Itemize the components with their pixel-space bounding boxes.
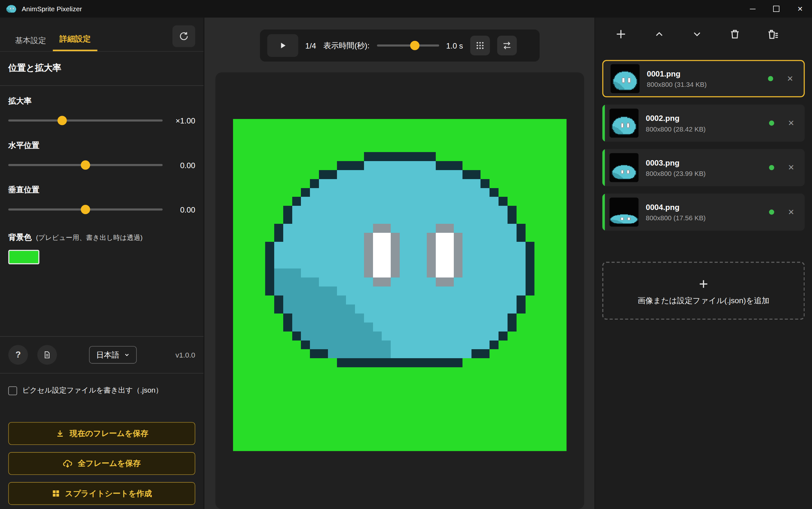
frame-info: 0004.png 800x800 (17.56 KB) xyxy=(646,203,706,222)
duration-value: 1.0 s xyxy=(446,41,463,50)
reset-button[interactable] xyxy=(173,25,195,47)
frame-item-0004[interactable]: 0004.png 800x800 (17.56 KB) ✕ xyxy=(602,194,805,231)
move-frame-up-button[interactable] xyxy=(654,28,665,39)
action-buttons: 現在のフレームを保存 全フレームを保存 スプライ xyxy=(0,405,204,505)
background-color-swatch[interactable] xyxy=(8,250,39,264)
add-files-drop-area[interactable]: + 画像または設定ファイル(.json)を追加 xyxy=(602,262,805,319)
frame-meta: 800x800 (31.34 KB) xyxy=(647,80,707,88)
status-dot xyxy=(769,210,774,215)
create-sprite-sheet-label: スプライトシートを作成 xyxy=(65,488,152,498)
window-title: AnimSprite Pixelizer xyxy=(22,5,82,12)
duration-label: 表示時間(秒): xyxy=(323,40,370,50)
sprite-preview xyxy=(265,152,535,367)
tab-advanced-settings[interactable]: 詳細設定 xyxy=(53,28,97,51)
minimize-icon xyxy=(750,9,755,9)
frames-panel: 0001.png 800x800 (31.34 KB) ✕ 0002.png 8… xyxy=(594,18,812,509)
frames-list: 0001.png 800x800 (31.34 KB) ✕ 0002.png 8… xyxy=(595,49,812,231)
docs-button[interactable] xyxy=(37,345,57,365)
language-select[interactable]: 日本語 xyxy=(89,346,137,364)
remove-frame-button[interactable]: ✕ xyxy=(788,163,794,172)
tab-basic-settings[interactable]: 基本設定 xyxy=(8,30,53,51)
help-button[interactable]: ? xyxy=(8,345,28,365)
frame-item-0003[interactable]: 0003.png 800x800 (23.99 KB) ✕ xyxy=(602,149,805,186)
settings-tabs: 基本設定 詳細設定 xyxy=(0,18,204,52)
frame-thumbnail xyxy=(610,153,638,182)
app-window: AnimSprite Pixelizer ✕ 基本設定 詳細設定 位置と拡大率 … xyxy=(0,0,812,509)
preview-panel: 1/4 表示時間(秒): 1.0 s xyxy=(205,18,595,509)
create-sprite-sheet-button[interactable]: スプライトシートを作成 xyxy=(8,482,195,505)
panel-footer: ? 日本語 v1.0.0 xyxy=(0,337,204,373)
document-icon xyxy=(43,351,52,359)
vertical-position-value: 0.00 xyxy=(180,205,195,214)
app-icon xyxy=(6,4,17,13)
status-dot xyxy=(769,165,774,170)
slider-track xyxy=(377,44,439,46)
frame-info: 0001.png 800x800 (31.34 KB) xyxy=(647,69,707,89)
frame-thumbnail xyxy=(611,64,639,93)
language-value: 日本語 xyxy=(96,350,119,360)
vertical-position-group: 垂直位置 0.00 xyxy=(0,175,204,219)
play-button[interactable] xyxy=(267,34,298,57)
frames-toolbar xyxy=(595,18,812,50)
horizontal-position-slider[interactable] xyxy=(8,161,162,170)
frame-name: 0002.png xyxy=(646,113,706,122)
vertical-position-slider[interactable] xyxy=(8,205,162,214)
remove-frame-button[interactable]: ✕ xyxy=(787,74,793,83)
remove-frame-button[interactable]: ✕ xyxy=(788,207,794,217)
move-frame-down-button[interactable] xyxy=(691,28,702,39)
maximize-button[interactable] xyxy=(764,0,788,18)
slider-thumb[interactable] xyxy=(81,161,90,170)
download-icon xyxy=(55,429,65,438)
frame-indicator: 1/4 xyxy=(305,41,316,50)
delete-frame-button[interactable] xyxy=(729,28,741,39)
save-all-frames-label: 全フレームを保存 xyxy=(78,459,140,469)
status-dot xyxy=(768,76,773,81)
horizontal-position-label: 水平位置 xyxy=(8,141,195,150)
playback-bar: 1/4 表示時間(秒): 1.0 s xyxy=(260,30,539,62)
spacer xyxy=(0,264,204,336)
frame-name: 0001.png xyxy=(647,69,707,78)
slider-thumb[interactable] xyxy=(58,116,67,125)
frame-info: 0002.png 800x800 (28.42 KB) xyxy=(646,113,706,133)
minimize-button[interactable] xyxy=(741,0,764,18)
question-icon: ? xyxy=(15,350,21,360)
refresh-icon xyxy=(179,31,189,41)
frame-thumbnail xyxy=(610,198,638,227)
play-icon xyxy=(278,41,287,50)
frame-name: 0004.png xyxy=(646,203,706,211)
frame-info: 0003.png 800x800 (23.99 KB) xyxy=(646,158,706,177)
scale-slider[interactable] xyxy=(8,116,162,125)
add-frame-button[interactable] xyxy=(615,28,627,40)
save-all-frames-button[interactable]: 全フレームを保存 xyxy=(8,452,195,475)
duration-slider[interactable] xyxy=(377,41,439,50)
export-json-row: ピクセル設定ファイルを書き出す（.json） xyxy=(0,374,204,406)
window-controls: ✕ xyxy=(741,0,812,18)
scale-value: ×1.00 xyxy=(176,116,195,125)
close-icon: ✕ xyxy=(797,5,803,12)
frame-meta: 800x800 (28.42 KB) xyxy=(646,125,706,133)
chroma-background xyxy=(233,119,566,451)
cloud-download-icon xyxy=(63,459,73,469)
export-json-checkbox[interactable] xyxy=(8,386,17,395)
clear-all-frames-button[interactable] xyxy=(767,28,779,40)
frame-meta: 800x800 (23.99 KB) xyxy=(646,169,706,177)
drop-area-label: 画像または設定ファイル(.json)を追加 xyxy=(637,296,770,305)
plus-icon: + xyxy=(699,276,708,291)
slider-thumb[interactable] xyxy=(81,205,90,214)
remove-frame-button[interactable]: ✕ xyxy=(788,118,794,128)
grid-view-button[interactable] xyxy=(470,36,490,55)
horizontal-position-group: 水平位置 0.00 xyxy=(0,130,204,175)
chevron-down-icon xyxy=(124,352,130,358)
swap-order-button[interactable] xyxy=(497,36,517,55)
maximize-icon xyxy=(773,6,779,12)
status-dot xyxy=(769,121,774,126)
scale-label: 拡大率 xyxy=(8,96,195,105)
slider-thumb[interactable] xyxy=(410,41,419,50)
save-current-frame-button[interactable]: 現在のフレームを保存 xyxy=(8,422,195,445)
scale-group: 拡大率 ×1.00 xyxy=(0,86,204,130)
frame-item-0002[interactable]: 0002.png 800x800 (28.42 KB) ✕ xyxy=(602,104,805,142)
close-button[interactable]: ✕ xyxy=(788,0,812,18)
grid-dots-icon xyxy=(475,41,485,50)
swap-arrows-icon xyxy=(502,41,512,50)
frame-item-0001[interactable]: 0001.png 800x800 (31.34 KB) ✕ xyxy=(602,60,805,97)
